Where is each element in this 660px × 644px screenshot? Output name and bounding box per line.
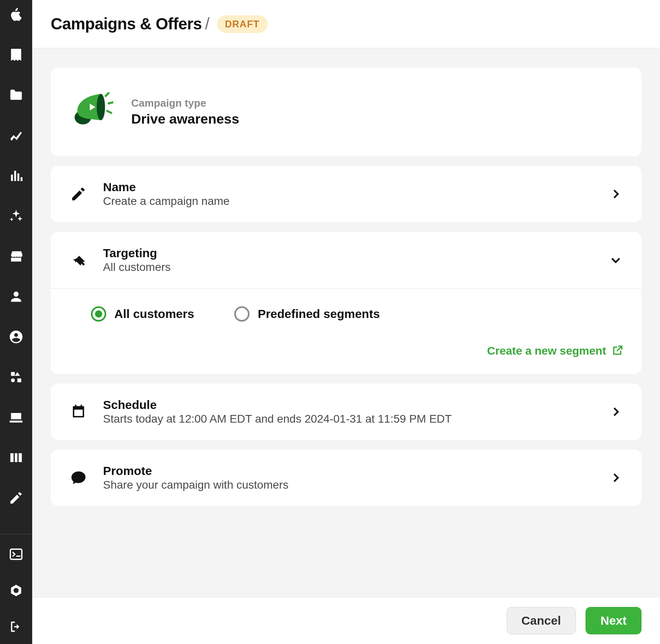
logout-icon[interactable] <box>8 619 24 634</box>
targeting-radio-group: All customers Predefined segments <box>68 306 624 322</box>
campaign-type-card: Campaign type Drive awareness <box>51 68 641 156</box>
breadcrumb-separator: / <box>205 15 210 33</box>
header: Campaigns & Offers / DRAFT <box>32 0 660 48</box>
person-icon[interactable] <box>8 289 24 304</box>
promote-title: Promote <box>103 464 593 478</box>
calendar-icon <box>68 402 89 422</box>
campaign-type-label: Campaign type <box>131 97 239 109</box>
schedule-section[interactable]: Schedule Starts today at 12:00 AM EDT an… <box>51 384 641 440</box>
schedule-subtitle: Starts today at 12:00 AM EDT and ends 20… <box>103 413 593 425</box>
cursor-target-icon <box>68 250 89 270</box>
chevron-right-icon <box>608 404 624 420</box>
footer: Cancel Next <box>32 597 660 644</box>
next-button[interactable]: Next <box>586 607 641 634</box>
svg-point-2 <box>97 94 105 120</box>
chevron-right-icon <box>608 186 624 202</box>
shapes-icon[interactable] <box>8 369 24 385</box>
edit-icon <box>68 184 89 204</box>
main: Campaigns & Offers / DRAFT Campaign type… <box>32 0 660 644</box>
account-circle-icon[interactable] <box>8 329 24 345</box>
comment-icon <box>68 468 89 488</box>
targeting-subtitle: All customers <box>103 261 593 274</box>
page-title: Campaigns & Offers <box>51 15 202 33</box>
radio-all-customers[interactable]: All customers <box>91 306 194 322</box>
radio-predefined-segments-label: Predefined segments <box>258 307 380 321</box>
content-area: Campaign type Drive awareness Name Creat… <box>32 48 660 597</box>
promote-subtitle: Share your campaign with customers <box>103 479 593 491</box>
campaign-type-value: Drive awareness <box>131 111 239 127</box>
create-segment-link[interactable]: Create a new segment <box>487 345 606 357</box>
sparkle-icon[interactable] <box>8 208 24 224</box>
status-badge: DRAFT <box>217 15 268 33</box>
targeting-header[interactable]: Targeting All customers <box>51 232 641 288</box>
name-section[interactable]: Name Create a campaign name <box>51 166 641 222</box>
radio-all-customers-label: All customers <box>114 307 194 321</box>
targeting-title: Targeting <box>103 246 593 260</box>
terminal-icon[interactable] <box>8 547 24 562</box>
bar-chart-icon[interactable] <box>8 168 24 184</box>
pencil-icon[interactable] <box>8 490 24 506</box>
laptop-icon[interactable] <box>8 410 24 425</box>
svg-line-5 <box>108 102 113 103</box>
external-link-icon <box>612 344 624 358</box>
chevron-right-icon <box>608 470 624 486</box>
name-title: Name <box>103 180 593 194</box>
receipt-icon[interactable] <box>8 47 24 63</box>
store-icon[interactable] <box>8 249 24 264</box>
columns-icon[interactable] <box>8 450 24 465</box>
svg-rect-0 <box>10 549 22 559</box>
radio-predefined-segments[interactable]: Predefined segments <box>234 306 380 322</box>
targeting-section: Targeting All customers All customers Pr… <box>51 232 641 374</box>
name-subtitle: Create a campaign name <box>103 195 593 208</box>
promote-section[interactable]: Promote Share your campaign with custome… <box>51 450 641 506</box>
schedule-title: Schedule <box>103 398 593 412</box>
line-chart-icon[interactable] <box>8 128 24 143</box>
apple-icon[interactable] <box>8 7 24 23</box>
svg-line-4 <box>105 93 109 97</box>
cancel-button[interactable]: Cancel <box>507 607 576 634</box>
chevron-down-icon <box>608 252 624 268</box>
folder-icon[interactable] <box>8 88 24 103</box>
svg-line-6 <box>106 111 112 114</box>
sidebar <box>0 0 32 644</box>
settings-icon[interactable] <box>8 583 24 598</box>
megaphone-icon <box>68 88 117 136</box>
